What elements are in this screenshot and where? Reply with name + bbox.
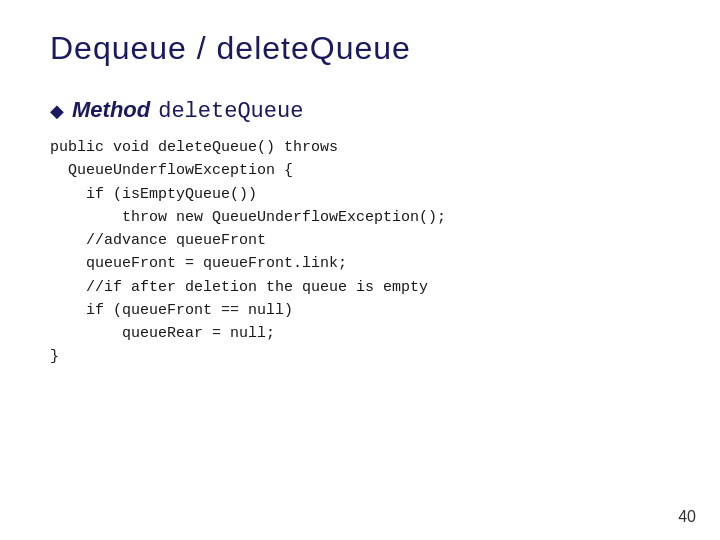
slide-number: 40 (678, 508, 696, 526)
method-header: ◆ Method deleteQueue (50, 97, 670, 124)
slide-container: Dequeue / deleteQueue ◆ Method deleteQue… (0, 0, 720, 540)
bullet-icon: ◆ (50, 100, 64, 122)
slide-title: Dequeue / deleteQueue (50, 30, 670, 67)
code-block: public void deleteQueue() throws QueueUn… (50, 136, 670, 369)
method-name: deleteQueue (158, 99, 303, 124)
method-label: Method (72, 97, 150, 123)
